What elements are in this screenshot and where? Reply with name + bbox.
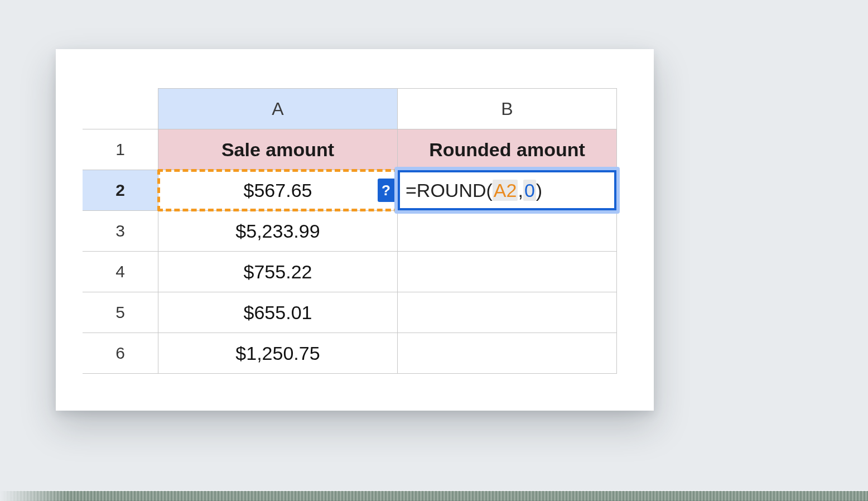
decorative-footer-fade bbox=[0, 491, 67, 501]
cell-A6[interactable]: $1,250.75 bbox=[158, 333, 398, 374]
formula-help-icon[interactable]: ? bbox=[378, 179, 394, 202]
cell-A4[interactable]: $755.22 bbox=[158, 252, 398, 292]
formula-arg-0: 0 bbox=[523, 180, 536, 201]
row-header-1[interactable]: 1 bbox=[83, 129, 158, 170]
select-all-corner[interactable] bbox=[83, 89, 158, 129]
cell-B3[interactable] bbox=[398, 211, 617, 252]
formula-comma: , bbox=[518, 180, 523, 201]
spreadsheet-card: A B 1 Sale amount Rounded amount 2 $567.… bbox=[56, 49, 654, 411]
cell-B5[interactable] bbox=[398, 292, 617, 333]
formula-ref-A2: A2 bbox=[493, 180, 518, 201]
spreadsheet-grid[interactable]: A B 1 Sale amount Rounded amount 2 $567.… bbox=[83, 88, 617, 374]
cell-A3[interactable]: $5,233.99 bbox=[158, 211, 398, 252]
formula-open-paren: ( bbox=[486, 180, 493, 201]
row-header-2[interactable]: 2 bbox=[83, 170, 158, 211]
decorative-footer-noise bbox=[0, 491, 868, 501]
formula-editor[interactable]: =ROUND(A2,0) bbox=[398, 170, 616, 210]
row-header-5[interactable]: 5 bbox=[83, 292, 158, 333]
cell-A5[interactable]: $655.01 bbox=[158, 292, 398, 333]
row-header-6[interactable]: 6 bbox=[83, 333, 158, 374]
row-header-3[interactable]: 3 bbox=[83, 211, 158, 252]
cell-A2-value: $567.65 bbox=[244, 180, 312, 201]
cell-B6[interactable] bbox=[398, 333, 617, 374]
column-header-B[interactable]: B bbox=[398, 89, 617, 129]
cell-A2[interactable]: $567.65 bbox=[158, 170, 398, 211]
formula-close-paren: ) bbox=[536, 180, 542, 201]
formula-fn: ROUND bbox=[417, 180, 486, 201]
cell-A1[interactable]: Sale amount bbox=[158, 129, 398, 170]
cell-B2[interactable]: ? =ROUND(A2,0) bbox=[398, 170, 617, 211]
column-header-A[interactable]: A bbox=[158, 89, 398, 129]
cell-B1[interactable]: Rounded amount bbox=[398, 129, 617, 170]
row-header-4[interactable]: 4 bbox=[83, 252, 158, 292]
cell-B4[interactable] bbox=[398, 252, 617, 292]
formula-equals: = bbox=[406, 180, 417, 201]
